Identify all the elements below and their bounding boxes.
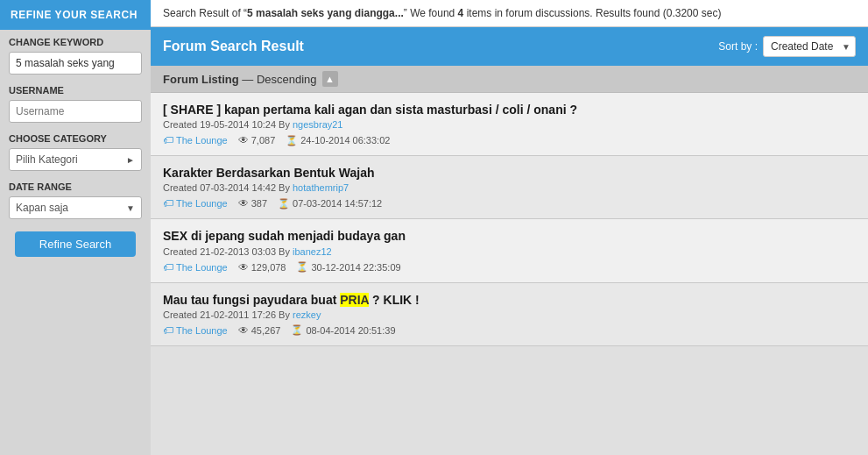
date-range-label: DATE RANGE	[9, 181, 142, 192]
category-label: The Lounge	[176, 325, 228, 336]
result-author-link[interactable]: rezkey	[293, 309, 321, 320]
views-count: 387	[251, 198, 267, 209]
views-icon: 👁	[238, 261, 249, 274]
choose-category-section: CHOOSE CATEGORY Pilih Kategori ►	[0, 126, 151, 174]
last-date-value: 24-10-2014 06:33:02	[300, 135, 390, 146]
result-meta: Created 07-03-2014 14:42 By hotathemrip7	[163, 182, 856, 193]
result-views: 👁 129,078	[238, 261, 286, 274]
category-label: The Lounge	[176, 262, 228, 273]
result-last-date: ⏳ 07-03-2014 14:57:12	[278, 198, 382, 210]
result-last-date: ⏳ 30-12-2014 22:35:09	[296, 261, 400, 273]
username-input[interactable]	[9, 100, 142, 123]
result-meta: Created 19-05-2014 10:24 By ngesbray21	[163, 119, 856, 130]
result-category: 🏷 The Lounge	[163, 134, 228, 146]
results-list: [ SHARE ] kapan pertama kali agan dan si…	[151, 93, 868, 455]
result-tags: 🏷 The Lounge 👁 7,087 ⏳ 24-10-2014 06:33:…	[163, 134, 856, 146]
username-label: USERNAME	[9, 85, 142, 96]
result-meta: Created 21-02-2013 03:03 By ibanez12	[163, 246, 856, 257]
change-keyword-label: CHANGE KEYWORD	[9, 37, 142, 47]
choose-category-label: CHOOSE CATEGORY	[9, 133, 142, 144]
views-count: 7,087	[251, 135, 276, 146]
forum-header-title: Forum Search Result	[163, 39, 304, 54]
table-row: Karakter Berdasarkan Bentuk Wajah Create…	[151, 156, 868, 219]
views-count: 129,078	[251, 262, 286, 273]
result-last-date: ⏳ 24-10-2014 06:33:02	[286, 135, 390, 146]
clock-icon: ⏳	[291, 324, 303, 336]
result-last-date: ⏳ 08-04-2014 20:51:39	[291, 324, 395, 336]
result-title: Mau tau fungsi payudara buat PRIA ? KLIK…	[163, 292, 856, 308]
result-views: 👁 7,087	[238, 134, 276, 146]
views-icon: 👁	[238, 197, 249, 210]
listing-bar: Forum Listing — Descending ▲	[151, 66, 868, 93]
views-icon: 👁	[238, 324, 249, 337]
date-range-section: DATE RANGE Kapan saja ▼	[0, 174, 151, 223]
forum-header: Forum Search Result Sort by : Created Da…	[151, 27, 868, 66]
listing-sort-toggle-button[interactable]: ▲	[322, 71, 338, 87]
table-row: [ SHARE ] kapan pertama kali agan dan si…	[151, 93, 868, 156]
result-title: SEX di jepang sudah menjadi budaya gan	[163, 228, 856, 244]
views-count: 45,267	[251, 325, 281, 336]
sidebar-header: REFINE YOUR SEARCH	[0, 0, 151, 30]
result-views: 👁 45,267	[238, 324, 281, 337]
search-info-bar: Search Result of “5 masalah seks yang di…	[151, 0, 868, 27]
tag-icon: 🏷	[163, 324, 173, 337]
tag-icon: 🏷	[163, 261, 173, 274]
result-tags: 🏷 The Lounge 👁 129,078 ⏳ 30-12-2014 22:3…	[163, 261, 856, 274]
result-author-link[interactable]: ngesbray21	[293, 119, 343, 130]
date-range-select[interactable]: Kapan saja	[9, 196, 142, 219]
sort-bar: Sort by : Created Date ▼	[718, 36, 856, 57]
result-author-link[interactable]: ibanez12	[293, 246, 332, 257]
result-tags: 🏷 The Lounge 👁 45,267 ⏳ 08-04-2014 20:51…	[163, 324, 856, 337]
choose-category-select[interactable]: Pilih Kategori	[9, 148, 142, 171]
result-tags: 🏷 The Lounge 👁 387 ⏳ 07-03-2014 14:57:12	[163, 197, 856, 210]
views-icon: 👁	[238, 134, 249, 146]
result-count: 4	[458, 7, 464, 19]
sort-label: Sort by :	[718, 40, 758, 53]
last-date-value: 08-04-2014 20:51:39	[306, 325, 395, 336]
choose-category-wrap: Pilih Kategori ►	[9, 148, 142, 171]
change-keyword-section: CHANGE KEYWORD	[0, 30, 151, 78]
result-title: Karakter Berdasarkan Bentuk Wajah	[163, 165, 856, 181]
result-views: 👁 387	[238, 197, 267, 210]
sort-select[interactable]: Created Date	[763, 36, 856, 57]
result-category: 🏷 The Lounge	[163, 197, 228, 210]
date-range-wrap: Kapan saja ▼	[9, 196, 142, 219]
search-query: 5 masalah seks yang diangga...	[247, 7, 404, 19]
result-title: [ SHARE ] kapan pertama kali agan dan si…	[163, 102, 856, 117]
clock-icon: ⏳	[278, 198, 290, 210]
refine-search-button[interactable]: Refine Search	[15, 231, 136, 257]
clock-icon: ⏳	[286, 135, 298, 146]
category-label: The Lounge	[176, 198, 228, 209]
category-label: The Lounge	[176, 135, 228, 146]
result-category: 🏷 The Lounge	[163, 261, 228, 274]
username-section: USERNAME	[0, 78, 151, 126]
clock-icon: ⏳	[296, 261, 308, 273]
last-date-value: 30-12-2014 22:35:09	[311, 262, 400, 273]
table-row: Mau tau fungsi payudara buat PRIA ? KLIK…	[151, 283, 868, 346]
result-author-link[interactable]: hotathemrip7	[293, 182, 349, 193]
tag-icon: 🏷	[163, 197, 173, 210]
tag-icon: 🏷	[163, 134, 173, 146]
result-meta: Created 21-02-2011 17:26 By rezkey	[163, 309, 856, 320]
highlight-text: PRIA	[340, 293, 369, 307]
sidebar: REFINE YOUR SEARCH CHANGE KEYWORD USERNA…	[0, 0, 151, 455]
result-category: 🏷 The Lounge	[163, 324, 228, 337]
main-content: Search Result of “5 masalah seks yang di…	[151, 0, 868, 455]
change-keyword-input[interactable]	[9, 52, 142, 75]
table-row: SEX di jepang sudah menjadi budaya gan C…	[151, 219, 868, 282]
listing-label: Forum Listing — Descending	[163, 73, 317, 86]
sort-select-wrap: Created Date ▼	[763, 36, 856, 57]
last-date-value: 07-03-2014 14:57:12	[293, 198, 382, 209]
search-info-prefix: Search Result of “5 masalah seks yang di…	[163, 7, 721, 19]
